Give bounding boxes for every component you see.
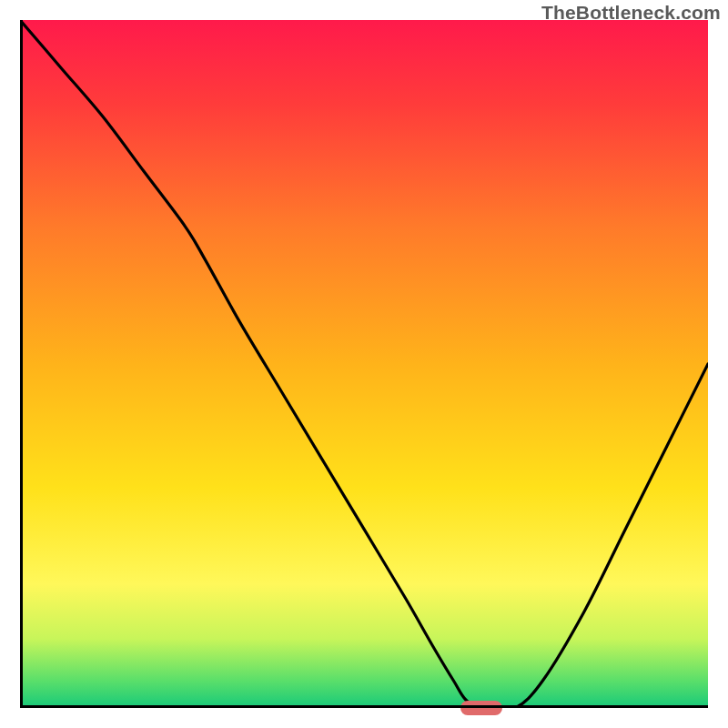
plot-area	[20, 20, 708, 708]
bottleneck-curve	[20, 20, 708, 708]
y-axis	[20, 20, 23, 708]
x-axis	[20, 705, 708, 708]
chart-canvas: TheBottleneck.com	[0, 0, 728, 728]
watermark-text: TheBottleneck.com	[541, 2, 721, 24]
optimal-marker	[460, 701, 502, 715]
